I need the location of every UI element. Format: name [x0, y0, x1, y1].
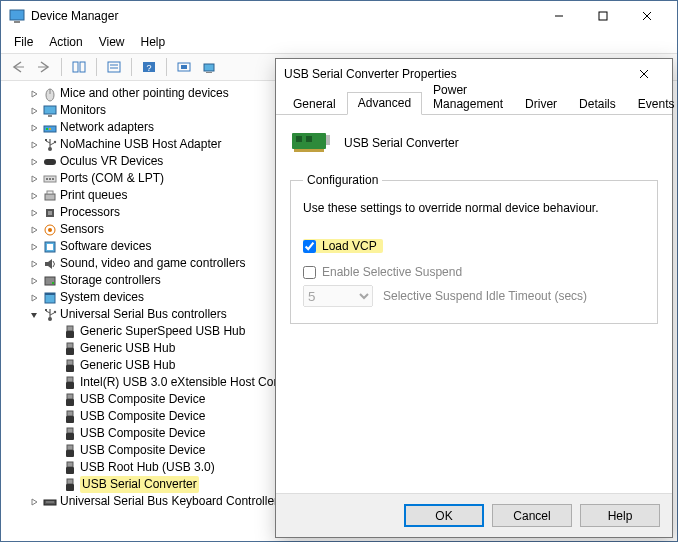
svg-rect-10	[108, 62, 120, 72]
dialog-button-row: OK Cancel Help	[276, 493, 672, 537]
tree-item-label: USB Composite Device	[80, 391, 205, 408]
expand-icon[interactable]	[27, 155, 41, 169]
svg-rect-80	[296, 136, 302, 142]
tab-general[interactable]: General	[282, 93, 347, 115]
tab-driver[interactable]: Driver	[514, 93, 568, 115]
tree-item-label: Universal Serial Bus controllers	[60, 306, 227, 323]
svg-point-35	[49, 178, 51, 180]
expand-icon[interactable]	[27, 291, 41, 305]
toolbar-devices-button[interactable]	[198, 56, 222, 78]
svg-text:?: ?	[146, 63, 151, 73]
maximize-button[interactable]	[581, 2, 625, 30]
menu-file[interactable]: File	[6, 33, 41, 51]
collapse-icon[interactable]	[27, 308, 41, 322]
expand-icon[interactable]	[27, 104, 41, 118]
usbplug-icon	[62, 477, 78, 493]
toolbar-properties-button[interactable]	[102, 56, 126, 78]
dialog-close-button[interactable]	[624, 60, 664, 88]
app-icon	[9, 8, 25, 24]
cancel-button[interactable]: Cancel	[492, 504, 572, 527]
expand-icon[interactable]	[27, 206, 41, 220]
noexpand	[47, 376, 61, 390]
noexpand	[47, 410, 61, 424]
expand-icon[interactable]	[27, 240, 41, 254]
svg-rect-48	[45, 293, 55, 295]
noexpand	[47, 342, 61, 356]
svg-rect-21	[44, 106, 56, 114]
expand-icon[interactable]	[27, 138, 41, 152]
tree-item-label: Processors	[60, 204, 120, 221]
minimize-button[interactable]	[537, 2, 581, 30]
svg-point-34	[46, 178, 48, 180]
svg-rect-22	[48, 115, 52, 117]
tree-item-label: USB Composite Device	[80, 442, 205, 459]
svg-rect-44	[47, 244, 53, 250]
close-button[interactable]	[625, 2, 669, 30]
titlebar: Device Manager	[1, 1, 677, 31]
configuration-group: Configuration Use these settings to over…	[290, 173, 658, 324]
svg-rect-8	[73, 62, 78, 72]
svg-rect-74	[66, 484, 74, 491]
tab-details[interactable]: Details	[568, 93, 627, 115]
toolbar-back-button[interactable]	[6, 56, 30, 78]
timeout-row: 5 Selective Suspend Idle Timeout (secs)	[303, 285, 645, 307]
configuration-desc: Use these settings to override normal de…	[303, 201, 645, 215]
toolbar-forward-button[interactable]	[32, 56, 56, 78]
svg-rect-81	[306, 136, 312, 142]
svg-rect-70	[66, 450, 74, 457]
tree-item-label: USB Root Hub (USB 3.0)	[80, 459, 215, 476]
load-vcp-checkbox[interactable]	[303, 240, 316, 253]
usbplug-icon	[62, 324, 78, 340]
expand-icon[interactable]	[27, 87, 41, 101]
noexpand	[47, 478, 61, 492]
tab-events[interactable]: Events	[627, 93, 678, 115]
ok-button[interactable]: OK	[404, 504, 484, 527]
menu-view[interactable]: View	[91, 33, 133, 51]
oculus-icon	[42, 154, 58, 170]
load-vcp-row[interactable]: Load VCP	[303, 239, 383, 253]
window-title: Device Manager	[31, 9, 537, 23]
pci-card-icon	[290, 129, 332, 157]
expand-icon[interactable]	[27, 121, 41, 135]
load-vcp-label: Load VCP	[322, 239, 377, 253]
expand-icon[interactable]	[27, 172, 41, 186]
svg-rect-30	[45, 139, 47, 141]
svg-rect-61	[67, 377, 73, 382]
expand-icon[interactable]	[27, 495, 41, 509]
toolbar-scan-button[interactable]	[172, 56, 196, 78]
svg-rect-3	[599, 12, 607, 20]
selective-suspend-row[interactable]: Enable Selective Suspend	[303, 265, 645, 279]
help-button[interactable]: Help	[580, 504, 660, 527]
usb-icon	[42, 307, 58, 323]
tree-item-label: Generic USB Hub	[80, 357, 175, 374]
menu-help[interactable]: Help	[133, 33, 174, 51]
svg-rect-62	[66, 382, 74, 389]
monitor-icon	[42, 103, 58, 119]
svg-rect-64	[66, 399, 74, 406]
noexpand	[47, 359, 61, 373]
expand-icon[interactable]	[27, 189, 41, 203]
tree-item-label: NoMachine USB Host Adapter	[60, 136, 221, 153]
tab-advanced[interactable]: Advanced	[347, 92, 422, 115]
expand-icon[interactable]	[27, 257, 41, 271]
toolbar-show-hide-button[interactable]	[67, 56, 91, 78]
expand-icon[interactable]	[27, 274, 41, 288]
sound-icon	[42, 256, 58, 272]
svg-rect-37	[45, 194, 55, 200]
svg-rect-68	[66, 433, 74, 440]
system-icon	[42, 290, 58, 306]
tab-power-management[interactable]: Power Management	[422, 79, 514, 115]
svg-rect-73	[67, 479, 73, 484]
noexpand	[47, 461, 61, 475]
svg-rect-69	[67, 445, 73, 450]
svg-rect-32	[44, 159, 56, 165]
expand-icon[interactable]	[27, 223, 41, 237]
toolbar-help-button[interactable]: ?	[137, 56, 161, 78]
svg-rect-1	[14, 21, 20, 23]
tree-item-label: Network adapters	[60, 119, 154, 136]
svg-rect-58	[66, 348, 74, 355]
svg-rect-55	[67, 326, 73, 331]
selective-suspend-checkbox[interactable]	[303, 266, 316, 279]
keyboard-icon	[42, 494, 58, 510]
menu-action[interactable]: Action	[41, 33, 90, 51]
